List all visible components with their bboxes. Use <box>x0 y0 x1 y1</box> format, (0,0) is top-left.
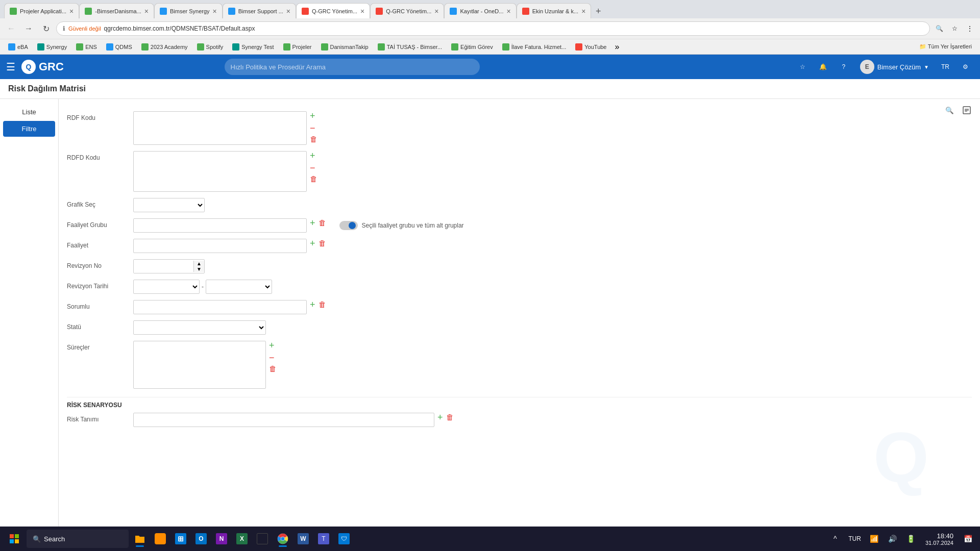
taskbar-search-button[interactable]: 🔍 Search <box>27 530 129 548</box>
chevron-up-icon[interactable]: ^ <box>827 531 843 547</box>
sorumlu-input[interactable] <box>133 300 307 314</box>
tab-2[interactable]: -BimserDanisma... × <box>79 3 154 18</box>
help-icon[interactable]: ? <box>836 59 852 75</box>
user-menu-button[interactable]: E Bimser Çözüm ▼ <box>856 58 933 76</box>
risk-tanimi-input[interactable] <box>133 413 434 427</box>
tab-6[interactable]: Q-GRC Yönetim... × <box>370 3 444 18</box>
surecler-add-button[interactable]: + <box>269 341 277 350</box>
bookmark-spotify[interactable]: Spotify <box>193 42 228 52</box>
bookmarks-more-button[interactable]: » <box>612 41 623 53</box>
hamburger-menu-icon[interactable]: ☰ <box>6 61 15 73</box>
taskbar-app-2[interactable]: ⊞ <box>172 530 190 548</box>
bookmark-ilave[interactable]: İlave Fatura. Hizmet... <box>498 42 571 52</box>
tab-4[interactable]: Bimser Support ... × <box>223 3 296 18</box>
bookmark-all[interactable]: 📁 Tüm Yer İşaretleri <box>915 42 976 51</box>
rdf-kodu-minus-button[interactable]: − <box>310 123 317 133</box>
spinner-up[interactable]: ▲ <box>194 261 204 266</box>
rdfd-kodu-add-button[interactable]: + <box>310 151 317 160</box>
bookmark-danisman[interactable]: DanismanTakip <box>317 42 373 52</box>
risk-tanimi-delete-button[interactable]: 🗑 <box>446 413 454 421</box>
faaliyet-toggle[interactable] <box>339 221 358 230</box>
global-search-input[interactable] <box>225 59 480 75</box>
wifi-icon[interactable]: 📶 <box>866 531 883 547</box>
notification-center-icon[interactable]: 📅 <box>960 531 976 547</box>
tab-5[interactable]: Q-GRC Yönetim... × <box>296 3 370 18</box>
faaliyet-grubu-delete-button[interactable]: 🗑 <box>318 218 326 227</box>
taskbar-app-1[interactable] <box>151 530 169 548</box>
tab-close-2[interactable]: × <box>144 7 149 15</box>
bookmark-synergy[interactable]: Synergy <box>33 42 71 52</box>
sorumlu-delete-button[interactable]: 🗑 <box>318 300 326 309</box>
browser-menu-icon[interactable]: ⋮ <box>964 22 976 35</box>
bookmark-qdms[interactable]: QDMS <box>102 42 136 52</box>
revizyon-tarihi-from-select[interactable] <box>133 280 200 294</box>
tab-8[interactable]: Ekin Uzunlar & k... × <box>517 3 592 18</box>
grafik-sec-select[interactable] <box>133 198 205 212</box>
bookmark-youtube[interactable]: YouTube <box>571 42 610 52</box>
taskbar-app-outlook[interactable]: O <box>192 530 210 548</box>
settings-icon[interactable]: ⚙ <box>958 59 974 75</box>
new-tab-button[interactable]: + <box>591 4 605 18</box>
revizyon-tarihi-to-select[interactable] <box>206 280 272 294</box>
tab-close-8[interactable]: × <box>581 7 585 15</box>
rdf-kodu-input[interactable] <box>133 111 307 145</box>
forward-button[interactable]: → <box>21 21 36 36</box>
taskbar-app-teams[interactable]: T <box>314 530 333 548</box>
sidebar-item-filtre[interactable]: Filtre <box>3 121 55 137</box>
bookmark-ens[interactable]: ENS <box>72 42 101 52</box>
surecler-minus-button[interactable]: − <box>269 353 277 362</box>
volume-icon[interactable]: 🔊 <box>885 531 901 547</box>
bookmark-academy[interactable]: 2023 Academy <box>137 42 192 52</box>
taskbar-app-dark[interactable] <box>253 530 272 548</box>
notification-icon[interactable]: 🔔 <box>815 59 831 75</box>
surecler-delete-button[interactable]: 🗑 <box>269 364 277 373</box>
tab-1[interactable]: Projeler Applicati... × <box>4 3 79 18</box>
sidebar-item-liste[interactable]: Liste <box>3 104 55 120</box>
faaliyet-delete-button[interactable]: 🗑 <box>318 239 326 247</box>
reload-button[interactable]: ↻ <box>39 21 53 36</box>
tab-close-3[interactable]: × <box>213 7 217 15</box>
bookmark-synergy-test[interactable]: Synergy Test <box>228 42 278 52</box>
battery-icon[interactable]: 🔋 <box>903 531 919 547</box>
bookmark-tai[interactable]: TAİ TUSAŞ - Bimser... <box>374 42 446 52</box>
rdf-kodu-add-button[interactable]: + <box>310 111 317 120</box>
tab-close-5[interactable]: × <box>360 7 364 15</box>
bookmark-projeler[interactable]: Projeler <box>279 42 316 52</box>
risk-tanimi-add-button[interactable]: + <box>437 413 443 422</box>
rdfd-kodu-minus-button[interactable]: − <box>310 163 317 172</box>
start-button[interactable] <box>4 529 24 549</box>
tab-close-1[interactable]: × <box>69 7 74 15</box>
sorumlu-add-button[interactable]: + <box>310 300 315 309</box>
rdfd-kodu-delete-button[interactable]: 🗑 <box>310 174 317 183</box>
revizyon-no-input[interactable] <box>134 260 193 273</box>
address-bar[interactable]: ℹ Güvenli değil qgrcdemo.bimser.com.tr/Q… <box>56 21 930 36</box>
taskbar-app-shield[interactable]: 🛡 <box>335 530 353 548</box>
faaliyet-grubu-input[interactable] <box>133 218 307 233</box>
taskbar-clock[interactable]: 18:40 31.07.2024 <box>921 532 958 546</box>
taskbar-app-onenote[interactable]: N <box>212 530 231 548</box>
bookmark-egitim[interactable]: Eğitim Görev <box>447 42 497 52</box>
taskbar-app-chrome[interactable] <box>274 530 292 548</box>
search-top-icon[interactable]: 🔍 <box>942 103 957 117</box>
taskbar-app-word[interactable]: W <box>294 530 312 548</box>
bookmark-page-icon[interactable]: ☆ <box>948 22 961 35</box>
taskbar-app-file-explorer[interactable] <box>131 530 149 548</box>
taskbar-app-excel[interactable]: X <box>233 530 251 548</box>
faaliyet-grubu-add-button[interactable]: + <box>310 218 315 228</box>
rdfd-kodu-input[interactable] <box>133 151 307 192</box>
star-icon[interactable]: ☆ <box>795 59 811 75</box>
tab-7[interactable]: Kayıtlar - OneD... × <box>444 3 516 18</box>
bookmark-eba[interactable]: eBA <box>4 42 32 52</box>
language-selector[interactable]: TR <box>937 59 953 75</box>
tab-3[interactable]: Bimser Synergy × <box>154 3 223 18</box>
tab-close-7[interactable]: × <box>506 7 510 15</box>
back-button[interactable]: ← <box>4 21 18 36</box>
faaliyet-input[interactable] <box>133 239 307 253</box>
statu-select[interactable] <box>133 320 266 335</box>
spinner-down[interactable]: ▼ <box>194 266 204 272</box>
faaliyet-add-button[interactable]: + <box>310 239 315 248</box>
search-bar-icon[interactable]: 🔍 <box>933 22 945 35</box>
tab-close-4[interactable]: × <box>286 7 290 15</box>
rdf-kodu-delete-button[interactable]: 🗑 <box>310 135 317 143</box>
tab-close-6[interactable]: × <box>434 7 438 15</box>
